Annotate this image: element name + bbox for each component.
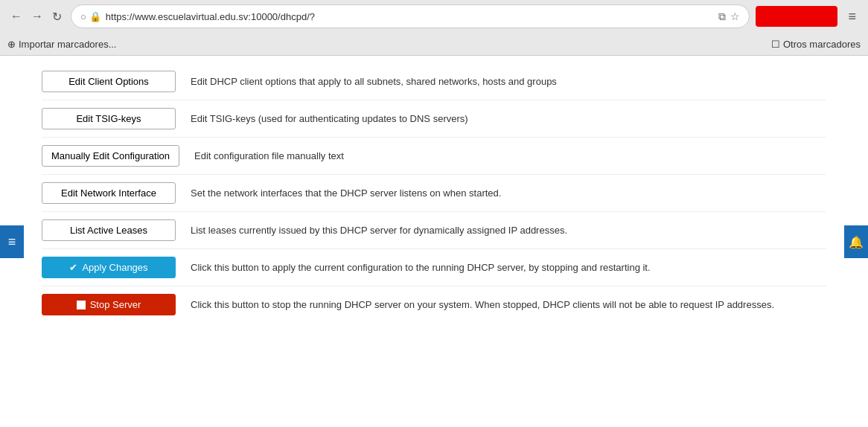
bookmarks-bar: ⊕ Importar marcadores... ☐ Otros marcado… [0, 33, 868, 55]
list-active-leases-description: List leases currently issued by this DHC… [191, 225, 826, 236]
manually-edit-configuration-button[interactable]: Manually Edit Configuration [42, 145, 179, 167]
folder-icon: ☐ [771, 39, 780, 50]
hamburger-icon: ≡ [8, 234, 16, 250]
profile-button[interactable] [756, 6, 837, 27]
action-row-list-active-leases: List Active LeasesList leases currently … [42, 212, 826, 249]
browser-chrome: ← → ↻ ○ 🔒 https://www.escuelavirtual.edu… [0, 0, 868, 56]
browser-toolbar: ← → ↻ ○ 🔒 https://www.escuelavirtual.edu… [0, 0, 868, 33]
address-bar[interactable]: ○ 🔒 https://www.escuelavirtual.edu.sv:10… [71, 4, 750, 28]
lock-icon: 🔒 [89, 11, 101, 22]
action-row-edit-tsig-keys: Edit TSIG-keysEdit TSIG-keys (used for a… [42, 100, 826, 138]
sidebar-left-button[interactable]: ≡ [0, 225, 24, 258]
action-row-edit-network-interface: Edit Network InterfaceSet the network in… [42, 175, 826, 212]
sidebar-right-button[interactable]: 🔔 [844, 225, 868, 258]
shield-icon: ○ [80, 11, 86, 22]
bell-icon: 🔔 [849, 235, 864, 249]
edit-tsig-keys-button[interactable]: Edit TSIG-keys [42, 108, 176, 129]
check-icon: ✔ [69, 262, 77, 273]
apply-changes-description: Click this button to apply the current c… [191, 262, 826, 273]
nav-buttons: ← → ↻ [7, 8, 65, 25]
stop-server-description: Click this button to stop the running DH… [191, 299, 826, 310]
back-button[interactable]: ← [7, 8, 25, 25]
action-row-manually-edit-configuration: Manually Edit ConfigurationEdit configur… [42, 138, 826, 175]
edit-client-options-description: Edit DHCP client options that apply to a… [191, 76, 826, 87]
edit-network-interface-button[interactable]: Edit Network Interface [42, 182, 176, 204]
import-label: Importar marcadores... [19, 39, 117, 50]
page-wrapper: ≡ 🔔 Edit Client OptionsEdit DHCP client … [0, 56, 868, 427]
import-icon: ⊕ [7, 39, 16, 50]
address-right-icons: ⧉ ☆ [718, 10, 740, 23]
menu-button[interactable]: ≡ [843, 7, 861, 26]
edit-network-interface-description: Set the network interfaces that the DHCP… [191, 187, 826, 199]
stop-server-button[interactable]: Stop Server [42, 294, 176, 315]
import-bookmarks[interactable]: ⊕ Importar marcadores... [7, 39, 117, 50]
main-content: Edit Client OptionsEdit DHCP client opti… [27, 56, 841, 427]
apply-changes-button[interactable]: ✔Apply Changes [42, 257, 176, 278]
star-icon[interactable]: ☆ [730, 10, 740, 23]
manually-edit-configuration-description: Edit configuration file manually text [194, 150, 826, 161]
action-row-edit-client-options: Edit Client OptionsEdit DHCP client opti… [42, 63, 826, 100]
other-bookmarks[interactable]: ☐ Otros marcadores [771, 39, 861, 50]
forward-button[interactable]: → [28, 8, 46, 25]
reload-button[interactable]: ↻ [49, 8, 65, 25]
url-text: https://www.escuelavirtual.edu.sv:10000/… [106, 11, 715, 22]
list-active-leases-button[interactable]: List Active Leases [42, 219, 176, 241]
apply-changes-label: Apply Changes [82, 262, 147, 273]
square-icon [77, 301, 86, 309]
action-row-stop-server: Stop ServerClick this button to stop the… [42, 286, 826, 323]
copy-icon: ⧉ [718, 10, 726, 23]
stop-server-label: Stop Server [90, 299, 141, 310]
action-row-apply-changes: ✔Apply ChangesClick this button to apply… [42, 249, 826, 286]
edit-client-options-button[interactable]: Edit Client Options [42, 71, 176, 92]
edit-tsig-keys-description: Edit TSIG-keys (used for authenticating … [191, 113, 826, 124]
security-icons: ○ 🔒 [80, 11, 101, 22]
other-bookmarks-label: Otros marcadores [783, 39, 861, 50]
